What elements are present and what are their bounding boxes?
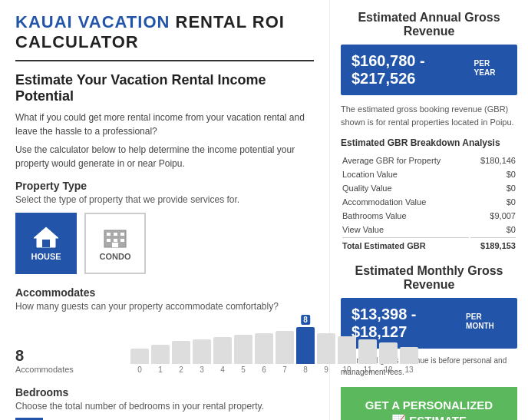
bar-axis: 0 1 2 3 4 5 6 7 8 9 10 11 12 13 [77, 365, 418, 374]
svg-rect-4 [114, 233, 117, 236]
axis-13: 13 [400, 365, 418, 374]
house-option[interactable]: HOUSE [15, 213, 77, 274]
svg-rect-1 [42, 240, 50, 247]
breakdown-total-value: $189,153 [470, 237, 516, 252]
title-highlight: KAUAI VACATION [15, 12, 170, 31]
svg-rect-8 [120, 239, 124, 242]
axis-4: 4 [213, 365, 232, 374]
breakdown-row-value-5: $0 [470, 223, 516, 236]
condo-option[interactable]: CONDO [84, 213, 146, 274]
axis-8: 8 [296, 365, 315, 374]
axis-10: 10 [338, 365, 356, 374]
desc1: What if you could get more rental income… [15, 111, 314, 138]
bar-active-label: 8 [301, 315, 310, 325]
breakdown-total-row: Total Estimated GBR $189,153 [342, 237, 516, 252]
breakdown-row-label-5: View Value [342, 223, 469, 236]
gbr-note: The estimated gross booking revenue (GBR… [341, 103, 517, 128]
axis-0: 0 [130, 365, 149, 374]
annual-revenue-amount: $160,780 - $217,526 [351, 52, 470, 88]
svg-rect-3 [107, 233, 111, 236]
breakdown-row-value-4: $9,007 [470, 210, 516, 222]
breakdown-row-0: Average GBR for Property$180,146 [342, 154, 516, 167]
slider-value-box: 8 Accommodates [15, 347, 69, 374]
axis-1: 1 [151, 365, 170, 374]
monthly-revenue-title: Estimated Monthly Gross Revenue [341, 264, 517, 292]
breakdown-row-value-2: $0 [470, 182, 516, 194]
breakdown-row-value-3: $0 [470, 196, 516, 208]
bar-9[interactable] [317, 333, 335, 364]
axis-2: 2 [172, 365, 190, 374]
left-panel: KAUAI VACATION RENTAL ROI CALCULATOR Est… [0, 0, 330, 420]
property-type-selector: HOUSE CONDO [15, 213, 314, 274]
bar-1[interactable] [151, 345, 170, 364]
breakdown-title: Estimated GBR Breakdown Analysis [341, 137, 517, 148]
slider-display: 8 Accommodates 8 [15, 318, 314, 374]
chart-icon: 📈 [391, 414, 409, 421]
breakdown-row-1: Location Value$0 [342, 168, 516, 180]
page-title: KAUAI VACATION RENTAL ROI CALCULATOR [15, 12, 314, 52]
breakdown-row-3: Accommodation Value$0 [342, 196, 516, 208]
bar-2[interactable] [172, 341, 190, 364]
property-type-label: Property Type [15, 180, 314, 192]
svg-rect-7 [114, 239, 117, 242]
annual-revenue-box: $160,780 - $217,526 PER YEAR [341, 45, 517, 95]
annual-revenue-period: PER YEAR [474, 59, 507, 78]
bar-10[interactable] [338, 336, 356, 364]
bar-6[interactable] [255, 333, 273, 364]
bar-chart: 8 [77, 318, 418, 364]
accommodates-slider: 8 Accommodates 8 [15, 318, 314, 374]
house-label: HOUSE [31, 252, 61, 261]
cta-line2: 📈 ESTIMATE [348, 413, 510, 421]
breakdown-row-label-1: Location Value [342, 168, 469, 180]
section-heading: Estimate Your Vacation Rental Income Pot… [15, 72, 314, 104]
svg-rect-6 [107, 239, 111, 242]
svg-rect-9 [112, 243, 118, 247]
axis-3: 3 [193, 365, 211, 374]
breakdown-row-label-2: Quality Value [342, 182, 469, 194]
breakdown-row-2: Quality Value$0 [342, 182, 516, 194]
bar-4[interactable] [213, 337, 232, 364]
breakdown-row-value-0: $180,146 [470, 154, 516, 167]
bar-11[interactable] [358, 339, 377, 364]
axis-9: 9 [317, 365, 335, 374]
bar-3[interactable] [193, 339, 211, 364]
breakdown-total-label: Total Estimated GBR [342, 237, 469, 252]
bar-chart-area: 8 0 1 2 3 4 5 6 [77, 318, 418, 374]
bar-0[interactable] [130, 349, 149, 364]
divider [15, 60, 314, 61]
bar-12[interactable] [379, 342, 398, 364]
svg-rect-5 [120, 233, 124, 236]
app-wrapper: KAUAI VACATION RENTAL ROI CALCULATOR Est… [0, 0, 528, 420]
bedrooms-sub: Choose the total number of bedrooms in y… [15, 401, 314, 412]
bar-5[interactable] [234, 335, 252, 364]
axis-12: 12 [379, 365, 398, 374]
breakdown-table: Average GBR for Property$180,146Location… [341, 153, 517, 253]
property-type-sub: Select the type of property that we prov… [15, 194, 314, 205]
condo-label: CONDO [100, 252, 131, 261]
cta-line1: GET A PERSONALIZED [348, 398, 510, 413]
slider-value-label: Accommodates [15, 365, 69, 374]
axis-6: 6 [255, 365, 273, 374]
desc2: Use the calculator below to help determi… [15, 143, 314, 170]
breakdown-row-4: Bathrooms Value$9,007 [342, 210, 516, 222]
monthly-revenue-period: PER MONTH [466, 313, 507, 331]
condo-icon [101, 226, 129, 249]
axis-11: 11 [358, 365, 377, 374]
breakdown-row-label-0: Average GBR for Property [342, 154, 469, 167]
get-estimate-button[interactable]: GET A PERSONALIZED 📈 ESTIMATE [341, 387, 517, 420]
accommodates-sub: How many guests can your property accomm… [15, 301, 314, 312]
bar-13[interactable] [400, 347, 418, 364]
breakdown-row-label-4: Bathrooms Value [342, 210, 469, 222]
bedrooms-label: Bedrooms [15, 386, 314, 399]
annual-revenue-title: Estimated Annual Gross Revenue [341, 11, 517, 38]
bar-8[interactable]: 8 [296, 327, 315, 364]
house-icon [32, 226, 60, 249]
breakdown-row-5: View Value$0 [342, 223, 516, 236]
axis-7: 7 [276, 365, 294, 374]
slider-value-num: 8 [15, 347, 69, 365]
bar-7[interactable] [276, 331, 294, 364]
accommodates-label: Accommodates [15, 286, 314, 299]
breakdown-row-label-3: Accommodation Value [342, 196, 469, 208]
breakdown-row-value-1: $0 [470, 168, 516, 180]
axis-5: 5 [234, 365, 252, 374]
